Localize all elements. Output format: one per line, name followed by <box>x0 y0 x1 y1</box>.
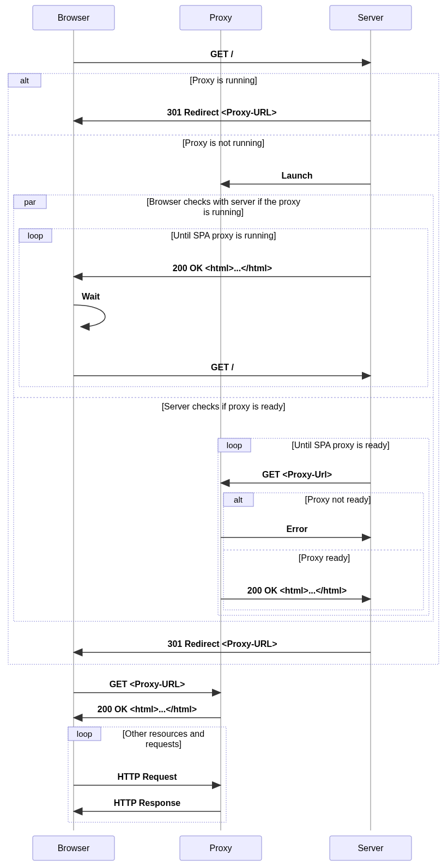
participant-server-label: Server <box>358 13 384 22</box>
svg-text:Server: Server <box>358 843 384 853</box>
participant-proxy-label: Proxy <box>210 13 232 22</box>
participant-server-top: Server <box>330 5 411 30</box>
svg-text:par: par <box>24 197 36 206</box>
fragment-par-label: par <box>14 195 46 209</box>
participant-browser-top: Browser <box>33 5 114 30</box>
guard-other-2: requests] <box>146 739 181 749</box>
participant-browser-bottom: Browser <box>33 836 114 860</box>
participant-proxy-top: Proxy <box>180 5 262 30</box>
participant-browser-label: Browser <box>58 13 90 22</box>
participant-server-bottom: Server <box>330 836 411 860</box>
participant-proxy-bottom: Proxy <box>180 836 262 860</box>
fragment-loop-3-label: loop <box>68 727 101 741</box>
msg-200-2: 200 OK <html>...</html> <box>247 586 347 595</box>
msg-301-2: 301 Redirect <Proxy-URL> <box>168 639 277 649</box>
msg-301-1: 301 Redirect <Proxy-URL> <box>167 108 277 117</box>
msg-launch: Launch <box>282 171 313 180</box>
svg-text:alt: alt <box>20 76 29 85</box>
guard-until-running: [Until SPA proxy is running] <box>171 231 276 240</box>
msg-http-response: HTTP Response <box>114 798 181 808</box>
msg-http-request: HTTP Request <box>117 772 177 781</box>
guard-browser-checks-2: is running] <box>203 207 244 217</box>
guard-proxy-not-running: [Proxy is not running] <box>183 138 264 148</box>
guard-until-ready: [Until SPA proxy is ready] <box>292 441 389 450</box>
svg-text:alt: alt <box>234 495 243 504</box>
msg-get-root-2: GET / <box>211 363 234 372</box>
msg-wait: Wait <box>82 292 100 301</box>
svg-text:loop: loop <box>77 729 92 738</box>
fragment-loop-2-label: loop <box>218 438 251 452</box>
svg-text:Browser: Browser <box>58 843 90 853</box>
msg-200-1: 200 OK <html>...</html> <box>173 264 272 273</box>
svg-text:loop: loop <box>227 441 242 450</box>
msg-200-3: 200 OK <html>...</html> <box>98 705 197 714</box>
fragment-alt-inner-label: alt <box>223 493 253 506</box>
svg-text:loop: loop <box>28 231 43 240</box>
msg-get-proxy-url-2: GET <Proxy-URL> <box>110 680 185 689</box>
guard-server-checks: [Server checks if proxy is ready] <box>162 402 286 411</box>
guard-other-1: [Other resources and <box>123 729 204 738</box>
guard-proxy-ready: [Proxy ready] <box>299 553 350 563</box>
arrow-wait <box>74 305 105 327</box>
msg-get-root: GET / <box>210 50 233 59</box>
sequence-diagram: Browser Proxy Server GET / alt [Proxy is… <box>0 0 448 868</box>
guard-browser-checks-1: [Browser checks with server if the proxy <box>147 197 300 206</box>
guard-proxy-not-ready: [Proxy not ready] <box>305 495 371 504</box>
guard-proxy-running: [Proxy is running] <box>190 76 257 85</box>
msg-error: Error <box>286 524 307 534</box>
msg-get-proxy-url: GET <Proxy-Url> <box>262 470 332 479</box>
fragment-loop-1-label: loop <box>19 229 52 242</box>
svg-text:Proxy: Proxy <box>210 843 232 853</box>
fragment-alt-label: alt <box>8 74 41 87</box>
